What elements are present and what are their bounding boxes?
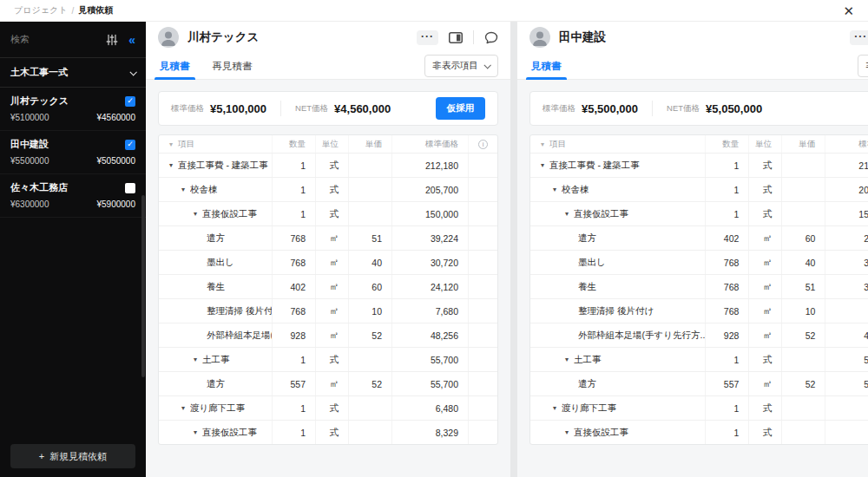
collapse-all-icon[interactable]: ▾ bbox=[541, 140, 544, 148]
row-qty: 768 bbox=[272, 299, 315, 323]
caret-icon[interactable]: ▾ bbox=[169, 161, 173, 169]
tab-見積書[interactable]: 見積書 bbox=[529, 53, 563, 80]
row-qty: 1 bbox=[705, 348, 748, 371]
table-row[interactable]: ▾ 土工事 1 式 55,700 ! bbox=[159, 347, 497, 371]
row-unit: ㎡ bbox=[748, 226, 781, 250]
hidden-items-button[interactable]: 非表示項目 bbox=[424, 55, 499, 77]
row-unit-price bbox=[781, 154, 825, 177]
table-row[interactable]: ▾ 養生 768 ㎡ 51 39,224 ! bbox=[530, 274, 868, 298]
table-row[interactable]: ▾ 直接工事費 - 建築工事 1 式 212,180 ! bbox=[159, 153, 497, 177]
more-options-icon[interactable]: ··· bbox=[850, 30, 868, 45]
vendor-net-price: ¥4560000 bbox=[97, 113, 136, 122]
row-unit-price: 52 bbox=[348, 323, 391, 347]
row-unit: ㎡ bbox=[748, 251, 781, 274]
table-row[interactable]: ▾ 直接仮設工事 1 式 8,329 ! bbox=[159, 420, 497, 444]
table-body: ▾ 直接工事費 - 建築工事 1 式 212,180 ! ▾ 校舎棟 1 式 2… bbox=[530, 153, 868, 444]
row-unit-price bbox=[348, 154, 391, 177]
row-standard-price: 39,224 bbox=[391, 226, 468, 250]
row-qty: 1 bbox=[705, 202, 748, 225]
row-standard-price: 150,000 bbox=[391, 202, 468, 225]
collapse-all-icon[interactable]: ▾ bbox=[169, 140, 173, 148]
table-row[interactable]: ▾ 直接工事費 - 建築工事 1 式 212,180 ! bbox=[530, 153, 868, 177]
row-standard-price: 24,120 bbox=[825, 226, 868, 250]
row-item-label: 土工事 bbox=[574, 354, 602, 366]
caret-icon[interactable]: ▾ bbox=[541, 161, 544, 169]
table-row[interactable]: ▾ 養生 402 ㎡ 60 24,120 ! bbox=[159, 274, 497, 298]
caret-icon[interactable]: ▾ bbox=[181, 186, 185, 193]
tab-見積書[interactable]: 見積書 bbox=[158, 53, 192, 80]
table-row[interactable]: ▾ 土工事 1 式 55,700 ! bbox=[530, 347, 868, 371]
table-row[interactable]: ▾ 遣方 402 ㎡ 60 24,120 ! bbox=[530, 225, 868, 250]
sidebar-scrollbar[interactable] bbox=[141, 195, 145, 377]
row-standard-price: 30,720 bbox=[825, 251, 868, 274]
table-row[interactable]: ▾ 遣方 557 ㎡ 52 55,700 ! bbox=[159, 371, 497, 395]
vendor-list-item[interactable]: 田中建設 ¥5500000 ¥5050000 bbox=[0, 131, 146, 174]
breadcrumb-project[interactable]: プロジェクト bbox=[14, 4, 67, 16]
more-options-icon[interactable]: ··· bbox=[417, 30, 438, 45]
row-standard-price: 8,329 bbox=[825, 421, 868, 444]
table-row[interactable]: ▾ 外部枠組本足場(手すり先行方.. 928 ㎡ 52 48,256 ! bbox=[159, 323, 497, 347]
estimate-panel: 川村テックス ··· 見積書再見積書 非表示項目 標準価 bbox=[146, 22, 510, 477]
caret-icon[interactable]: ▾ bbox=[194, 356, 197, 363]
caret-icon[interactable]: ▾ bbox=[553, 404, 556, 412]
table-row[interactable]: ▾ 直接仮設工事 1 式 8,329 ! bbox=[530, 420, 868, 444]
vendor-checkbox[interactable] bbox=[125, 96, 135, 107]
table-row[interactable]: ▾ 直接仮設工事 1 式 150,000 ! bbox=[530, 201, 868, 225]
row-item-label: 養生 bbox=[207, 281, 225, 293]
caret-icon[interactable]: ▾ bbox=[565, 428, 569, 436]
col-item: 項目 bbox=[178, 139, 194, 150]
hidden-items-button[interactable]: 非表示項目 bbox=[858, 55, 868, 77]
table-body: ▾ 直接工事費 - 建築工事 1 式 212,180 ! ▾ 校舎棟 1 式 2… bbox=[159, 153, 497, 444]
filter-icon[interactable] bbox=[106, 34, 118, 46]
caret-icon[interactable]: ▾ bbox=[565, 356, 569, 363]
row-item-label: 遣方 bbox=[578, 378, 596, 390]
table-row[interactable]: ▾ 遣方 768 ㎡ 51 39,224 ! bbox=[159, 225, 497, 250]
estimate-table: ▾項目 数量 単位 単価 標準価格 i ▾ 直接工事費 - 建築工事 1 式 2… bbox=[158, 134, 498, 445]
standard-price-label: 標準価格 bbox=[542, 103, 575, 114]
comment-icon[interactable] bbox=[484, 31, 498, 44]
row-standard-price: 24,120 bbox=[391, 275, 468, 298]
vendor-checkbox[interactable] bbox=[125, 140, 135, 150]
caret-icon[interactable]: ▾ bbox=[194, 210, 197, 218]
sidebar-search-row: 検索 « bbox=[0, 22, 146, 58]
row-unit-price: 40 bbox=[781, 251, 825, 274]
caret-icon[interactable]: ▾ bbox=[553, 186, 556, 193]
row-item-label: 養生 bbox=[578, 281, 596, 293]
row-standard-price: 150,000 bbox=[825, 202, 868, 225]
new-estimate-request-button[interactable]: + 新規見積依頼 bbox=[10, 444, 135, 468]
table-row[interactable]: ▾ 整理清掃 後片付け 768 ㎡ 10 7,680 ! bbox=[159, 298, 497, 323]
net-price-value: ¥4,560,000 bbox=[334, 102, 391, 115]
vendor-checkbox[interactable] bbox=[125, 183, 135, 193]
side-panel-icon[interactable] bbox=[449, 32, 463, 43]
table-row[interactable]: ▾ 墨出し 768 ㎡ 40 30,720 ! bbox=[159, 250, 497, 274]
project-group-header[interactable]: 土木工事一式 bbox=[0, 58, 146, 88]
col-unit: 単位 bbox=[315, 135, 348, 153]
info-icon[interactable]: i bbox=[478, 140, 488, 149]
search-input[interactable]: 検索 bbox=[10, 33, 106, 46]
provisional-adopt-button[interactable]: 仮採用 bbox=[436, 97, 486, 120]
row-unit: 式 bbox=[748, 178, 781, 201]
table-row[interactable]: ▾ 墨出し 768 ㎡ 40 30,720 ! bbox=[530, 250, 868, 274]
vendor-list-item[interactable]: 川村テックス ¥5100000 ¥4560000 bbox=[0, 88, 146, 131]
table-row[interactable]: ▾ 直接仮設工事 1 式 150,000 ! bbox=[159, 201, 497, 225]
row-unit: ㎡ bbox=[315, 226, 348, 250]
table-row[interactable]: ▾ 校舎棟 1 式 205,700 ! bbox=[530, 177, 868, 201]
tab-再見積書[interactable]: 再見積書 bbox=[211, 53, 254, 80]
row-unit: 式 bbox=[315, 154, 348, 177]
table-row[interactable]: ▾ 渡り廊下工事 1 式 6,480 ! bbox=[159, 395, 497, 420]
caret-icon[interactable]: ▾ bbox=[181, 404, 185, 412]
row-qty: 768 bbox=[272, 251, 315, 274]
caret-icon[interactable]: ▾ bbox=[194, 428, 197, 436]
row-item-label: 直接仮設工事 bbox=[202, 208, 257, 220]
table-row[interactable]: ▾ 整理清掃 後片付け 768 ㎡ 10 7,680 ! bbox=[530, 298, 868, 323]
row-unit: 式 bbox=[748, 396, 781, 420]
table-row[interactable]: ▾ 渡り廊下工事 1 式 6,480 ! bbox=[530, 395, 868, 420]
collapse-sidebar-icon[interactable]: « bbox=[128, 34, 135, 46]
row-qty: 557 bbox=[272, 372, 315, 395]
vendor-list-item[interactable]: 佐々木工務店 ¥6300000 ¥5900000 bbox=[0, 174, 146, 218]
table-row[interactable]: ▾ 外部枠組本足場(手すり先行方.. 928 ㎡ 52 48,256 ! bbox=[530, 323, 868, 347]
table-row[interactable]: ▾ 遣方 557 ㎡ 52 55,700 ! bbox=[530, 371, 868, 395]
caret-icon[interactable]: ▾ bbox=[565, 210, 569, 218]
table-row[interactable]: ▾ 校舎棟 1 式 205,700 ! bbox=[159, 177, 497, 201]
close-icon[interactable]: ✕ bbox=[843, 4, 854, 17]
